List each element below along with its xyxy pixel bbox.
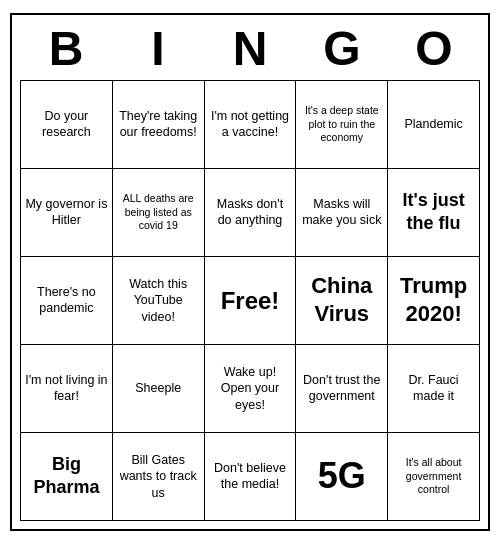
bingo-cell-19[interactable]: Dr. Fauci made it — [388, 345, 480, 433]
bingo-cell-0[interactable]: Do your research — [21, 81, 113, 169]
cell-text-7: Masks don't do anything — [209, 196, 292, 229]
cell-text-0: Do your research — [25, 108, 108, 141]
bingo-cell-4[interactable]: Plandemic — [388, 81, 480, 169]
bingo-cell-11[interactable]: Watch this YouTube video! — [113, 257, 205, 345]
cell-text-12: Free! — [221, 285, 280, 316]
bingo-cell-24[interactable]: It's all about government control — [388, 433, 480, 521]
bingo-cell-7[interactable]: Masks don't do anything — [205, 169, 297, 257]
cell-text-10: There's no pandemic — [25, 284, 108, 317]
cell-text-24: It's all about government control — [392, 456, 475, 497]
cell-text-20: Big Pharma — [25, 453, 108, 500]
cell-text-22: Don't believe the media! — [209, 460, 292, 493]
letter-g: G — [298, 23, 386, 76]
bingo-cell-20[interactable]: Big Pharma — [21, 433, 113, 521]
bingo-cell-6[interactable]: ALL deaths are being listed as covid 19 — [113, 169, 205, 257]
letter-b: B — [22, 23, 110, 76]
cell-text-4: Plandemic — [404, 116, 462, 132]
bingo-cell-21[interactable]: Bill Gates wants to track us — [113, 433, 205, 521]
cell-text-13: China Virus — [300, 272, 383, 329]
bingo-cell-5[interactable]: My governor is Hitler — [21, 169, 113, 257]
bingo-cell-17[interactable]: Wake up! Open your eyes! — [205, 345, 297, 433]
cell-text-19: Dr. Fauci made it — [392, 372, 475, 405]
bingo-cell-18[interactable]: Don't trust the government — [296, 345, 388, 433]
cell-text-8: Masks will make you sick — [300, 196, 383, 229]
letter-o: O — [390, 23, 478, 76]
cell-text-21: Bill Gates wants to track us — [117, 452, 200, 501]
bingo-cell-10[interactable]: There's no pandemic — [21, 257, 113, 345]
cell-text-16: Sheeple — [135, 380, 181, 396]
cell-text-2: I'm not getting a vaccine! — [209, 108, 292, 141]
cell-text-14: Trump 2020! — [392, 272, 475, 329]
bingo-cell-23[interactable]: 5G — [296, 433, 388, 521]
bingo-card: B I N G O Do your researchThey're taking… — [10, 13, 490, 531]
cell-text-23: 5G — [318, 453, 366, 500]
bingo-cell-1[interactable]: They're taking our freedoms! — [113, 81, 205, 169]
cell-text-9: It's just the flu — [392, 189, 475, 236]
bingo-grid: Do your researchThey're taking our freed… — [20, 80, 480, 521]
cell-text-5: My governor is Hitler — [25, 196, 108, 229]
cell-text-15: I'm not living in fear! — [25, 372, 108, 405]
bingo-cell-13[interactable]: China Virus — [296, 257, 388, 345]
cell-text-17: Wake up! Open your eyes! — [209, 364, 292, 413]
bingo-cell-8[interactable]: Masks will make you sick — [296, 169, 388, 257]
letter-i: I — [114, 23, 202, 76]
cell-text-11: Watch this YouTube video! — [117, 276, 200, 325]
bingo-cell-16[interactable]: Sheeple — [113, 345, 205, 433]
cell-text-18: Don't trust the government — [300, 372, 383, 405]
bingo-cell-14[interactable]: Trump 2020! — [388, 257, 480, 345]
bingo-cell-2[interactable]: I'm not getting a vaccine! — [205, 81, 297, 169]
cell-text-1: They're taking our freedoms! — [117, 108, 200, 141]
bingo-header: B I N G O — [20, 23, 480, 76]
cell-text-6: ALL deaths are being listed as covid 19 — [117, 192, 200, 233]
bingo-cell-12[interactable]: Free! — [205, 257, 297, 345]
bingo-cell-3[interactable]: It's a deep state plot to ruin the econo… — [296, 81, 388, 169]
cell-text-3: It's a deep state plot to ruin the econo… — [300, 104, 383, 145]
bingo-cell-22[interactable]: Don't believe the media! — [205, 433, 297, 521]
bingo-cell-15[interactable]: I'm not living in fear! — [21, 345, 113, 433]
letter-n: N — [206, 23, 294, 76]
bingo-cell-9[interactable]: It's just the flu — [388, 169, 480, 257]
